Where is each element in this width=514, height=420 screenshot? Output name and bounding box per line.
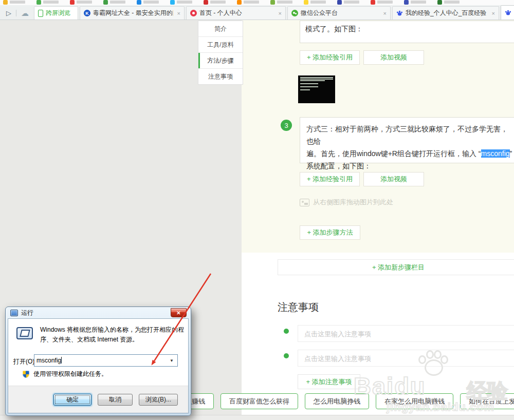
run-command-input[interactable]: msconfig ▼ (34, 354, 178, 367)
bookmark-item[interactable] (437, 0, 460, 5)
tab-bar: ▷ ☁ 跨屏浏览 K 毒霸网址大全 - 最安全实用的网 × 首页 - 个人中心 … (0, 5, 514, 20)
bookmark-label (377, 1, 393, 4)
bookmark-favicon (371, 0, 375, 5)
add-section-button[interactable]: + 添加新步骤栏目 (278, 259, 514, 275)
duba-icon: K (84, 10, 90, 16)
add-step-button[interactable]: + 添加步骤方法 (300, 225, 360, 240)
nav-item-steps[interactable]: 方法/步骤 (198, 53, 243, 69)
run-dialog-footer: 确定 取消 浏览(B)... (8, 386, 188, 413)
run-dialog-body: Windows 将根据您所输入的名称，为您打开相应的程序、文件夹、文档或 Int… (8, 318, 189, 413)
add-reference-button[interactable]: + 添加经验引用 (300, 50, 360, 65)
divider (16, 10, 16, 16)
step3-line3: 系统配置，如下图： (306, 160, 514, 172)
red-circle-icon (190, 10, 197, 16)
bookmark-favicon (70, 0, 75, 5)
bookmark-favicon (237, 0, 242, 5)
note-input[interactable]: 点击这里输入注意事项 (298, 350, 514, 367)
bookmark-favicon (170, 0, 175, 5)
bookmark-label (244, 1, 259, 4)
bookmark-item[interactable] (270, 0, 292, 5)
window-icon (10, 310, 18, 316)
dialog-title: 运行 (21, 309, 33, 317)
bookmark-item[interactable] (70, 0, 92, 5)
highlighted-text: msconfig (481, 149, 510, 158)
related-link[interactable]: 百度财富值怎么获得 (221, 393, 298, 409)
nav-item-notes[interactable]: 注意事项 (198, 69, 243, 84)
bookmark-label (177, 1, 192, 4)
cloud-sync-icon[interactable]: ☁ (21, 9, 29, 17)
nav-item-tools[interactable]: 工具/原料 (198, 37, 243, 53)
related-link[interactable]: 在家怎么用电脑赚钱 (376, 393, 453, 409)
close-button[interactable]: ✕ (171, 308, 187, 317)
run-dialog: 运行 ✕ Windows 将根据您所输入的名称，为您打开相应的程序、文件夹、文档… (5, 307, 191, 416)
browse-button[interactable]: 浏览(B)... (139, 394, 178, 406)
cancel-button[interactable]: 取消 (98, 394, 133, 406)
bookmark-favicon (204, 0, 208, 5)
bookmark-label (110, 1, 125, 4)
tab-close-icon[interactable]: × (279, 10, 282, 16)
bookmark-item[interactable] (237, 0, 259, 5)
input-value: msconfig (36, 357, 61, 364)
tab-title: 首页 - 个人中心 (199, 9, 274, 17)
tab-close-icon[interactable]: × (383, 10, 387, 16)
related-link[interactable]: 怎么用电脑挣钱 (305, 393, 369, 409)
phone-icon (38, 10, 43, 17)
related-links-row: 怎么赚钱 百度财富值怎么获得 怎么用电脑挣钱 在家怎么用电脑赚钱 如何在百度上发… (170, 393, 514, 409)
bookmark-item[interactable] (103, 0, 125, 5)
add-video-button[interactable]: 添加视频 (363, 172, 424, 186)
sidebar-toggle-icon[interactable]: ▷ (6, 10, 11, 16)
bookmark-item[interactable] (36, 0, 59, 5)
bookmark-label (444, 1, 460, 4)
image-drop-hint: 从右侧图库拖动图片到此处 (300, 198, 393, 207)
add-note-button[interactable]: + 添加注意事项 (298, 374, 360, 389)
tab-wechat[interactable]: 微信公众平台 × (287, 6, 391, 20)
note-input[interactable]: 点击这里输入注意事项 (298, 325, 514, 342)
bookmark-favicon (3, 0, 8, 5)
run-program-icon (16, 327, 33, 339)
nav-item-intro[interactable]: 简介 (198, 21, 243, 37)
tab-title: 跨屏浏览 (46, 9, 74, 17)
run-dialog-titlebar[interactable]: 运行 (6, 307, 191, 318)
bookmark-favicon (404, 0, 409, 5)
bookmark-favicon (103, 0, 108, 5)
tab-bar-controls: ▷ ☁ (0, 9, 34, 20)
tab-title: 微信公众平台 (301, 9, 379, 17)
admin-privileges-note: 使用管理权限创建此任务。 (23, 370, 107, 378)
tab-personal-center[interactable]: 首页 - 个人中心 × (186, 6, 286, 20)
bookmark-item[interactable] (371, 0, 393, 5)
notes-heading: 注意事项 (278, 300, 319, 314)
tab-close-icon[interactable]: × (177, 10, 180, 16)
bookmark-favicon (337, 0, 342, 5)
editor-section-nav: 简介 工具/原料 方法/步骤 注意事项 (198, 21, 243, 85)
tab-close-icon[interactable]: × (492, 10, 495, 16)
note-bullet (284, 329, 289, 334)
bookmark-item[interactable] (3, 0, 25, 5)
dropdown-arrow-icon[interactable]: ▼ (168, 358, 175, 363)
tab-advanced-editor[interactable]: 高级编辑器_百 (501, 5, 514, 20)
related-link[interactable]: 如何在百度上发布信息 (460, 393, 514, 409)
bookmark-item[interactable] (204, 0, 226, 5)
tab-title: 我的经验_个人中心_百度经验 (406, 9, 488, 17)
bookmark-item[interactable] (137, 0, 159, 5)
add-video-button[interactable]: 添加视频 (363, 50, 424, 65)
step3-text-box[interactable]: 方式三：相对于前两种，方式三就比较麻烦了，不过多学无害，也给 遍。首先，使用wi… (300, 117, 514, 163)
bookmark-item[interactable] (170, 0, 192, 5)
bookmark-favicon (137, 0, 141, 5)
bookmark-label (77, 1, 92, 4)
bookmark-label (43, 1, 59, 4)
add-reference-button[interactable]: + 添加经验引用 (300, 172, 360, 186)
tab-duba[interactable]: K 毒霸网址大全 - 最安全实用的网 × (80, 6, 185, 20)
open-field-label: 打开(O): (13, 357, 36, 366)
image-icon (300, 199, 309, 206)
bookmark-favicon (437, 0, 442, 5)
browser-window: ▷ ☁ 跨屏浏览 K 毒霸网址大全 - 最安全实用的网 × 首页 - 个人中心 … (0, 0, 514, 420)
tab-cross-screen[interactable]: 跨屏浏览 (34, 6, 78, 20)
bookmark-item[interactable] (304, 0, 326, 5)
step2-text-box[interactable]: 模式了。如下图： (300, 21, 514, 43)
tab-my-experience[interactable]: 我的经验_个人中心_百度经验 × (392, 6, 499, 20)
bookmark-favicon (270, 0, 275, 5)
bookmark-item[interactable] (337, 0, 359, 5)
bookmark-item[interactable] (404, 0, 426, 5)
step-image-thumbnail[interactable] (298, 75, 335, 103)
ok-button[interactable]: 确定 (53, 394, 91, 406)
